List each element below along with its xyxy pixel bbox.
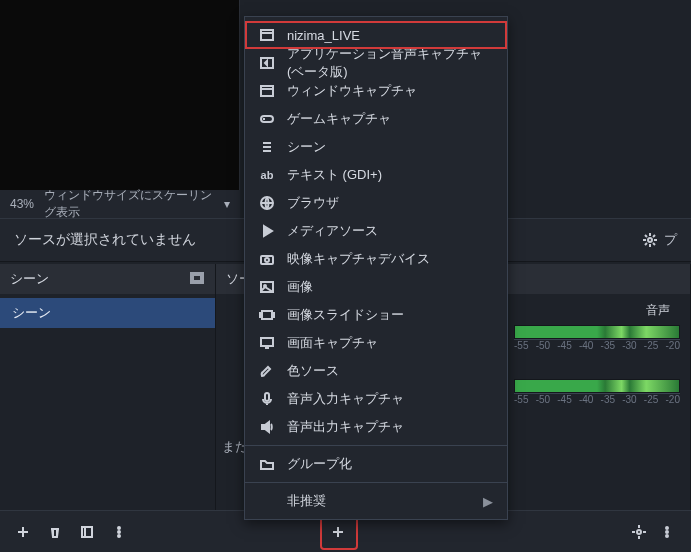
text-icon: ab	[259, 167, 275, 183]
menu-item-slideshow[interactable]: 画像スライドショー	[245, 301, 507, 329]
svg-rect-20	[262, 311, 272, 319]
scene-item[interactable]: シーン	[0, 298, 215, 328]
svg-rect-21	[260, 313, 262, 317]
appaudio-icon	[259, 55, 275, 71]
menu-item-label: 音声入力キャプチャ	[287, 390, 404, 408]
svg-rect-22	[272, 313, 274, 317]
scenes-header: シーン	[0, 264, 215, 294]
menu-item-text[interactable]: abテキスト (GDI+)	[245, 161, 507, 189]
gear-icon	[642, 232, 658, 248]
zoom-percent[interactable]: 43%	[10, 197, 34, 211]
vu-scale: -55-50-45-40-35-30-25-20	[514, 393, 680, 405]
brush-icon	[259, 363, 275, 379]
menu-item-list[interactable]: シーン	[245, 133, 507, 161]
image-icon	[259, 279, 275, 295]
window-icon	[259, 27, 275, 43]
vu-meter	[514, 379, 680, 393]
dock-icon[interactable]	[189, 270, 205, 289]
svg-point-9	[666, 531, 668, 533]
window-icon	[259, 83, 275, 99]
menu-item-label: 音声出力キャプチャ	[287, 418, 404, 436]
submenu-arrow-icon: ▶	[483, 494, 493, 509]
mixer-body: 音声 -55-50-45-40-35-30-25-20 -55-50-45-40…	[504, 294, 690, 510]
menu-item-image[interactable]: 画像	[245, 273, 507, 301]
svg-point-10	[666, 535, 668, 537]
menu-item-label: アプリケーション音声キャプチャ (ベータ版)	[287, 45, 493, 81]
menu-item-mic[interactable]: 音声入力キャプチャ	[245, 385, 507, 413]
add-source-menu[interactable]: nizima_LIVEアプリケーション音声キャプチャ (ベータ版)ウィンドウキャ…	[244, 16, 508, 520]
svg-rect-23	[261, 338, 273, 346]
play-icon	[259, 223, 275, 239]
preview-area[interactable]	[0, 0, 240, 190]
mic-icon	[259, 391, 275, 407]
menu-item-label: 画像	[287, 278, 313, 296]
svg-rect-3	[82, 527, 92, 537]
speaker-icon	[259, 419, 275, 435]
menu-item-monitor[interactable]: 画面キャプチャ	[245, 329, 507, 357]
svg-point-8	[666, 527, 668, 529]
menu-item-label: ブラウザ	[287, 194, 339, 212]
svg-point-7	[637, 530, 641, 534]
scene-menu-button[interactable]	[104, 517, 134, 547]
monitor-icon	[259, 335, 275, 351]
svg-rect-13	[261, 86, 273, 96]
menu-item-camera[interactable]: 映像キャプチャデバイス	[245, 245, 507, 273]
scene-filters-button[interactable]	[72, 517, 102, 547]
gamepad-icon	[259, 111, 275, 127]
svg-point-0	[648, 238, 652, 242]
menu-item-label: ウィンドウキャプチャ	[287, 82, 417, 100]
menu-item-deprecated[interactable]: 非推奨▶	[245, 487, 507, 515]
audio-mixer-panel: 音声 -55-50-45-40-35-30-25-20 -55-50-45-40…	[504, 264, 691, 510]
menu-item-window[interactable]: ウィンドウキャプチャ	[245, 77, 507, 105]
list-icon	[259, 139, 275, 155]
camera-icon	[259, 251, 275, 267]
svg-point-4	[118, 527, 120, 529]
add-scene-button[interactable]	[8, 517, 38, 547]
svg-rect-24	[265, 393, 269, 401]
svg-rect-14	[261, 116, 273, 122]
chevron-down-icon[interactable]: ▾	[224, 197, 230, 211]
menu-item-speaker[interactable]: 音声出力キャプチャ	[245, 413, 507, 441]
gear-icon[interactable]	[631, 524, 647, 540]
scenes-list[interactable]: シーン	[0, 294, 215, 510]
menu-item-label: 非推奨	[287, 492, 326, 510]
menu-item-label: メディアソース	[287, 222, 378, 240]
scenes-panel: シーン シーン	[0, 264, 216, 510]
separator	[245, 445, 507, 446]
menu-item-brush[interactable]: 色ソース	[245, 357, 507, 385]
svg-point-5	[118, 531, 120, 533]
separator	[245, 482, 507, 483]
remove-scene-button[interactable]	[40, 517, 70, 547]
menu-icon[interactable]	[659, 524, 675, 540]
folder-icon	[259, 456, 275, 472]
menu-item-label: 画像スライドショー	[287, 306, 404, 324]
menu-item-label: nizima_LIVE	[287, 28, 360, 43]
vu-meter	[514, 325, 680, 339]
menu-item-group[interactable]: グループ化	[245, 450, 507, 478]
menu-item-appaudio[interactable]: アプリケーション音声キャプチャ (ベータ版)	[245, 49, 507, 77]
menu-item-label: 画面キャプチャ	[287, 334, 378, 352]
svg-point-6	[118, 535, 120, 537]
vu-scale: -55-50-45-40-35-30-25-20	[514, 339, 680, 351]
mixer-header	[504, 264, 690, 294]
menu-item-label: テキスト (GDI+)	[287, 166, 382, 184]
slideshow-icon	[259, 307, 275, 323]
menu-item-label: シーン	[287, 138, 326, 156]
globe-icon	[259, 195, 275, 211]
menu-item-label: グループ化	[287, 455, 352, 473]
menu-item-gamepad[interactable]: ゲームキャプチャ	[245, 105, 507, 133]
audio-track[interactable]: -55-50-45-40-35-30-25-20	[514, 379, 680, 405]
properties-button[interactable]: プ	[642, 231, 677, 249]
zoom-bar: 43% ウィンドウサイズにスケーリング表示 ▾	[0, 190, 240, 218]
menu-item-play[interactable]: メディアソース	[245, 217, 507, 245]
add-source-button[interactable]	[323, 517, 353, 547]
menu-item-label: 映像キャプチャデバイス	[287, 250, 430, 268]
menu-item-label: 色ソース	[287, 362, 339, 380]
audio-track[interactable]: 音声 -55-50-45-40-35-30-25-20	[514, 302, 680, 351]
zoom-mode[interactable]: ウィンドウサイズにスケーリング表示	[44, 187, 224, 221]
menu-item-globe[interactable]: ブラウザ	[245, 189, 507, 217]
svg-rect-2	[193, 275, 201, 281]
svg-rect-11	[261, 30, 273, 40]
no-source-label: ソースが選択されていません	[14, 231, 196, 249]
menu-item-label: ゲームキャプチャ	[287, 110, 391, 128]
